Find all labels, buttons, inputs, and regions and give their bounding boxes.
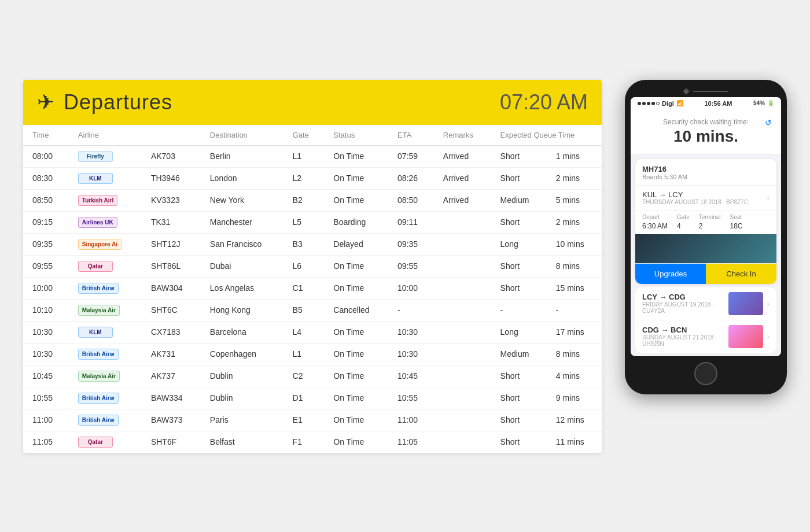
cell-queue: Short	[491, 365, 547, 387]
cell-airline-logo: British Airw	[69, 409, 142, 431]
cell-gate: E1	[284, 409, 325, 431]
cell-queue: Short	[491, 431, 547, 453]
battery-level: 54%	[753, 100, 765, 106]
airline-logo: Qatar	[78, 437, 113, 448]
cell-airline-logo: Singapore Ai	[69, 233, 142, 255]
board-title: Departures	[64, 90, 172, 114]
cell-airline-logo: British Airw	[69, 277, 142, 299]
cell-eta: 10:30	[388, 321, 434, 343]
cell-time: 11:05	[23, 431, 69, 453]
upgrades-button[interactable]: Upgrades	[635, 264, 706, 284]
cell-remarks	[434, 321, 491, 343]
phone-status-bar: Digi 📶 10:56 AM 54% 🔋	[631, 97, 781, 110]
cell-status: On Time	[324, 387, 388, 409]
checkin-button[interactable]: Check In	[706, 264, 776, 284]
cell-airline-logo: Qatar	[69, 431, 142, 453]
cell-remarks	[434, 277, 491, 299]
cell-mins: 17 mins	[547, 321, 602, 343]
flight-number: MH716	[642, 165, 770, 173]
cell-flight: SHT6C	[142, 299, 201, 321]
nf-2-thumbnail	[728, 325, 763, 348]
flight-actions: Upgrades Check In	[635, 263, 776, 284]
phone-speaker	[693, 91, 728, 92]
cell-remarks	[434, 299, 491, 321]
cell-remarks	[434, 233, 491, 255]
status-left: Digi 📶	[638, 100, 683, 107]
cell-flight: BAW373	[142, 409, 201, 431]
cell-status: On Time	[324, 343, 388, 365]
cell-status: Cancelled	[324, 299, 388, 321]
cell-status: On Time	[324, 277, 388, 299]
cell-time: 10:45	[23, 365, 69, 387]
gate-label: Gate	[677, 214, 690, 220]
col-airline: Airline	[69, 125, 201, 146]
cell-eta: -	[388, 299, 434, 321]
airline-logo: Singapore Ai	[78, 239, 122, 250]
gate-info: Gate 4	[677, 214, 690, 231]
cell-queue: Medium	[491, 343, 547, 365]
airline-logo: Firefly	[78, 151, 113, 162]
cell-status: Boarding	[324, 211, 388, 233]
cell-eta: 07:59	[388, 145, 434, 167]
col-status: Status	[324, 125, 388, 146]
home-button[interactable]	[694, 362, 717, 385]
cell-mins: 11 mins	[547, 431, 602, 453]
cell-remarks: Arrived	[434, 189, 491, 211]
table-row: 08:00 Firefly AK703 Berlin L1 On Time 07…	[23, 145, 602, 167]
cell-flight: BAW304	[142, 277, 201, 299]
cell-gate: F1	[284, 431, 325, 453]
table-header: Time Airline Destination Gate Status ETA…	[23, 125, 602, 146]
table-row: 09:35 Singapore Ai SHT12J San Francisco …	[23, 233, 602, 255]
cell-gate: B2	[284, 189, 325, 211]
cell-airline-logo: KLM	[69, 321, 142, 343]
phone-screen: Digi 📶 10:56 AM 54% 🔋 Security check wai…	[631, 97, 781, 356]
cell-gate: B3	[284, 233, 325, 255]
cell-status: On Time	[324, 255, 388, 277]
cell-eta: 09:11	[388, 211, 434, 233]
signal-dot-5	[656, 102, 660, 105]
depart-label: Depart	[642, 214, 668, 220]
cell-mins: 10 mins	[547, 233, 602, 255]
cell-flight: SHT86L	[142, 255, 201, 277]
cell-eta: 08:50	[388, 189, 434, 211]
nf-1-chevron: ›	[767, 299, 770, 308]
thumb-overlay	[635, 234, 776, 263]
security-time: 10 mins.	[640, 127, 772, 146]
cell-queue: -	[491, 299, 547, 321]
nf-1-detail: FRIDAY AUGUST 19 2018 · CU4Y2A	[642, 301, 728, 314]
cell-time: 08:50	[23, 189, 69, 211]
security-reload-icon[interactable]: ↺	[765, 118, 772, 127]
seat-label: Seat	[730, 214, 743, 220]
terminal-value: 2	[699, 222, 703, 230]
next-flights-list: LCY → CDG FRIDAY AUGUST 19 2018 · CU4Y2A…	[635, 287, 776, 353]
cell-remarks	[434, 409, 491, 431]
col-remarks: Remarks	[434, 125, 491, 146]
seat-value: 18C	[730, 222, 743, 230]
cell-queue: Short	[491, 387, 547, 409]
cell-gate: L4	[284, 321, 325, 343]
next-flight-1[interactable]: LCY → CDG FRIDAY AUGUST 19 2018 · CU4Y2A…	[635, 287, 776, 320]
next-flight-2[interactable]: CDG → BCN SUNDAY AUGUST 21 2018 · UH9J5N…	[635, 320, 776, 353]
depart-value: 6:30 AM	[642, 222, 668, 230]
cell-airline-logo: Malaysia Air	[69, 299, 142, 321]
cell-gate: C1	[284, 277, 325, 299]
cell-destination: San Francisco	[201, 233, 284, 255]
cell-airline-logo: Qatar	[69, 255, 142, 277]
cell-airline-logo: Turkish Airl	[69, 189, 142, 211]
signal-dot-3	[647, 102, 650, 105]
cell-eta: 09:55	[388, 255, 434, 277]
table-row: 10:00 British Airw BAW304 Los Angelas C1…	[23, 277, 602, 299]
flight-route[interactable]: KUL → LCY THURSDAY AUGUST 18 2018 · BP8Z…	[635, 185, 776, 210]
cell-airline-logo: Malaysia Air	[69, 365, 142, 387]
cell-mins: 4 mins	[547, 365, 602, 387]
cell-eta: 10:00	[388, 277, 434, 299]
airline-logo: Turkish Airl	[78, 195, 117, 206]
gate-value: 4	[677, 222, 681, 230]
cell-flight: TH3946	[142, 167, 201, 189]
nf-2-left: CDG → BCN SUNDAY AUGUST 21 2018 · UH9J5N	[642, 326, 728, 347]
cell-time: 08:00	[23, 145, 69, 167]
cell-queue: Long	[491, 321, 547, 343]
cell-time: 10:10	[23, 299, 69, 321]
cell-status: On Time	[324, 321, 388, 343]
nf-2-detail: SUNDAY AUGUST 21 2018 · UH9J5N	[642, 334, 728, 347]
